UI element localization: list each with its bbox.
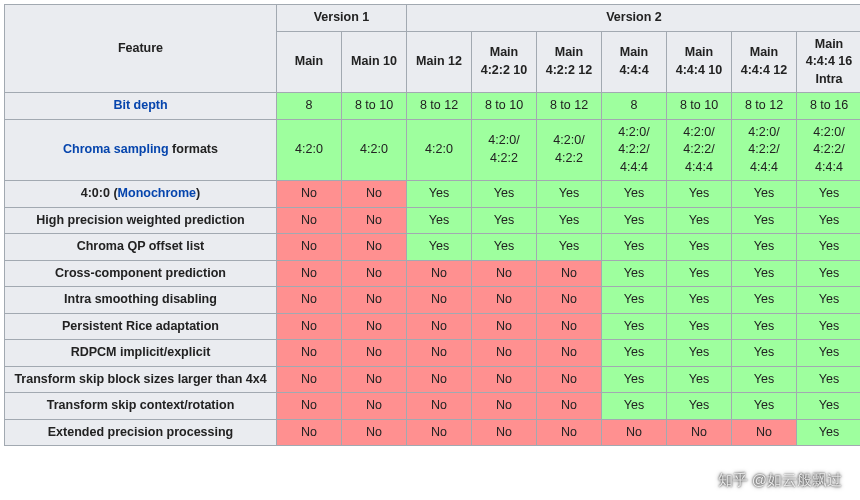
table-row: RDPCM implicit/explicitNoNoNoNoNoYesYesY… [5,340,861,367]
feature-cell: Yes [797,366,861,393]
feature-cell: No [732,419,797,446]
feature-cell: Yes [732,234,797,261]
feature-cell: No [277,340,342,367]
feature-cell: No [537,340,602,367]
feature-cell: Yes [667,366,732,393]
row-feature-label: 4:0:0 (Monochrome) [5,181,277,208]
feature-cell: Yes [407,207,472,234]
feature-cell: No [472,260,537,287]
feature-cell: No [342,419,407,446]
feature-cell: Yes [667,207,732,234]
feature-cell: 8 to 16 [797,93,861,120]
row-feature-label: Cross-component prediction [5,260,277,287]
feature-cell: Yes [602,287,667,314]
feature-cell: No [537,419,602,446]
row-feature-label: Chroma QP offset list [5,234,277,261]
profile-header: Main 4:4:4 16 Intra [797,31,861,93]
feature-cell: No [277,207,342,234]
feature-cell: 4:2:0/4:2:2/4:4:4 [797,119,861,181]
feature-cell: Yes [407,234,472,261]
feature-cell: No [537,366,602,393]
feature-cell: No [342,366,407,393]
feature-cell: Yes [472,234,537,261]
feature-cell: Yes [797,393,861,420]
feature-cell: No [407,313,472,340]
profile-header: Main 4:2:2 10 [472,31,537,93]
row-feature-label: Extended precision processing [5,419,277,446]
feature-cell: Yes [667,393,732,420]
feature-cell: Yes [667,181,732,208]
feature-cell: No [537,313,602,340]
row-feature-label: Bit depth [5,93,277,120]
feature-cell: Yes [407,181,472,208]
feature-cell: Yes [667,287,732,314]
feature-cell: Yes [472,181,537,208]
profile-header: Main 4:4:4 [602,31,667,93]
feature-cell: Yes [537,207,602,234]
feature-cell: Yes [472,207,537,234]
feature-cell: No [407,419,472,446]
feature-cell: 4:2:0/4:2:2 [537,119,602,181]
col-group-v2: Version 2 [407,5,861,32]
table-row: Chroma sampling formats4:2:04:2:04:2:04:… [5,119,861,181]
feature-cell: Yes [797,181,861,208]
feature-cell: Yes [602,340,667,367]
feature-cell: No [537,393,602,420]
feature-cell: Yes [797,207,861,234]
row-feature-label: High precision weighted prediction [5,207,277,234]
feature-cell: Yes [667,340,732,367]
feature-cell: Yes [732,181,797,208]
feature-cell: Yes [602,234,667,261]
feature-cell: No [472,419,537,446]
feature-cell: Yes [602,313,667,340]
profile-header: Main 12 [407,31,472,93]
feature-cell: No [277,366,342,393]
row-feature-label: RDPCM implicit/explicit [5,340,277,367]
feature-cell: Yes [732,393,797,420]
table-row: Bit depth88 to 108 to 128 to 108 to 1288… [5,93,861,120]
feature-cell: No [342,313,407,340]
table-row: High precision weighted predictionNoNoYe… [5,207,861,234]
feature-cell: Yes [602,207,667,234]
feature-cell: No [407,340,472,367]
feature-cell: Yes [602,366,667,393]
feature-cell: Yes [602,181,667,208]
feature-cell: No [277,287,342,314]
feature-cell: 4:2:0 [277,119,342,181]
profile-header: Main 4:4:4 10 [667,31,732,93]
feature-cell: Yes [732,260,797,287]
feature-cell: Yes [797,234,861,261]
row-feature-label: Chroma sampling formats [5,119,277,181]
feature-cell: 4:2:0 [407,119,472,181]
feature-cell: No [342,234,407,261]
table-row: Extended precision processingNoNoNoNoNoN… [5,419,861,446]
feature-cell: Yes [667,234,732,261]
feature-cell: Yes [602,393,667,420]
profile-header: Main 4:4:4 12 [732,31,797,93]
feature-cell: 4:2:0/4:2:2/4:4:4 [602,119,667,181]
feature-cell: Yes [667,260,732,287]
feature-cell: 4:2:0 [342,119,407,181]
feature-cell: Yes [797,419,861,446]
feature-cell: No [407,366,472,393]
feature-comparison-table: Feature Version 1 Version 2 MainMain 10M… [4,4,860,446]
row-feature-label: Intra smoothing disabling [5,287,277,314]
feature-cell: 8 [277,93,342,120]
row-feature-label: Transform skip context/rotation [5,393,277,420]
feature-cell: Yes [732,366,797,393]
feature-cell: 8 [602,93,667,120]
feature-cell: Yes [732,287,797,314]
table-row: 4:0:0 (Monochrome)NoNoYesYesYesYesYesYes… [5,181,861,208]
feature-cell: No [342,260,407,287]
feature-cell: 8 to 10 [472,93,537,120]
table-header: Feature Version 1 Version 2 MainMain 10M… [5,5,861,93]
feature-cell: Yes [667,313,732,340]
table-body: Bit depth88 to 108 to 128 to 108 to 1288… [5,93,861,446]
table-row: Transform skip context/rotationNoNoNoNoN… [5,393,861,420]
feature-cell: No [537,260,602,287]
feature-cell: No [667,419,732,446]
feature-cell: Yes [732,313,797,340]
feature-cell: 8 to 12 [407,93,472,120]
feature-cell: No [602,419,667,446]
feature-cell: 4:2:0/4:2:2/4:4:4 [732,119,797,181]
